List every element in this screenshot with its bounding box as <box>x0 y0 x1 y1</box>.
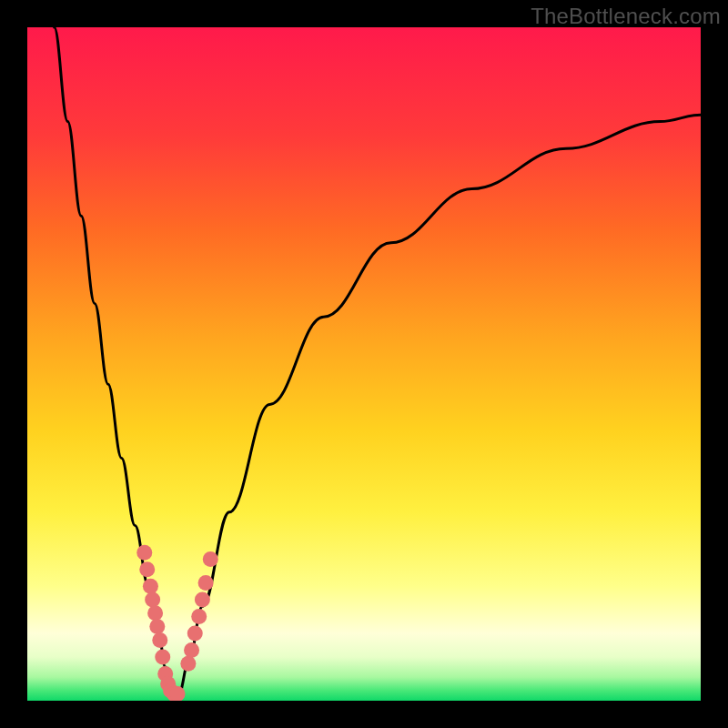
plot-area <box>27 27 701 701</box>
data-point <box>187 626 203 642</box>
data-point <box>155 649 170 664</box>
data-point <box>149 619 165 634</box>
data-point <box>139 561 155 577</box>
measured-points <box>136 545 218 701</box>
bottleneck-curve-right <box>179 115 702 693</box>
data-point <box>145 592 160 608</box>
data-point <box>152 632 167 648</box>
data-point <box>195 592 210 608</box>
data-point <box>147 605 163 621</box>
curve-layer <box>27 27 701 701</box>
data-point <box>203 551 218 567</box>
data-point <box>198 575 214 591</box>
attribution-text: TheBottleneck.com <box>531 4 721 29</box>
chart-stage: TheBottleneck.com <box>0 0 728 728</box>
data-point <box>180 656 196 672</box>
data-point <box>136 545 152 561</box>
data-point <box>143 579 158 594</box>
data-point <box>191 609 207 624</box>
data-point <box>184 642 199 658</box>
